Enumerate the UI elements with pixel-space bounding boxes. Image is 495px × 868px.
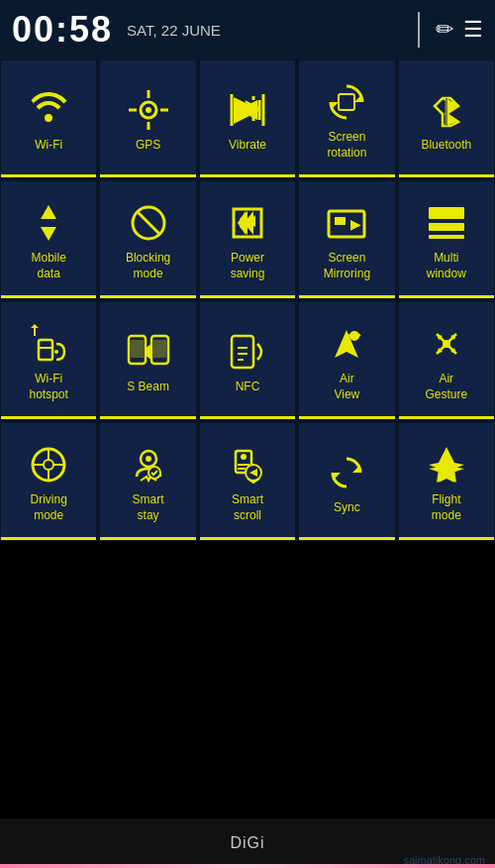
date: SAT, 22 JUNE	[127, 22, 221, 39]
tile-screen-rotation[interactable]: Screenrotation	[298, 59, 395, 178]
svg-point-61	[241, 454, 247, 460]
smartscroll-icon	[226, 443, 269, 487]
tile-driving-label: Drivingmode	[31, 492, 67, 523]
power-icon	[226, 201, 269, 245]
airgesture-icon	[425, 322, 468, 366]
svg-marker-35	[31, 324, 39, 328]
multiwindow-icon	[425, 201, 468, 245]
sync-icon	[325, 451, 368, 494]
blocking-icon	[127, 201, 170, 245]
menu-icon[interactable]: ☰	[463, 17, 483, 43]
vibrate-icon: ≫	[226, 88, 269, 132]
svg-point-33	[54, 350, 58, 354]
tile-bar	[1, 174, 96, 177]
tile-gps[interactable]: GPS	[99, 59, 196, 178]
tile-bar	[299, 295, 394, 298]
rotation-icon	[325, 80, 368, 124]
tile-wifi-label: Wi-Fi	[35, 138, 62, 154]
tile-bar	[399, 174, 494, 177]
tile-rotation-label: Screenrotation	[327, 130, 366, 161]
tile-mirroring-label: ScreenMirroring	[324, 251, 370, 281]
clock: 00:58	[12, 9, 113, 51]
tile-power[interactable]: Powersaving	[199, 180, 296, 299]
tile-bar	[399, 537, 494, 540]
svg-rect-37	[131, 340, 144, 358]
svg-rect-14	[339, 94, 354, 110]
svg-rect-31	[39, 340, 52, 360]
tile-hotspot-label: Wi-Fihotspot	[30, 372, 68, 402]
tile-nfc-label: NFC	[236, 380, 260, 395]
tile-smartstay-label: Smartstay	[133, 492, 164, 523]
svg-marker-65	[333, 473, 341, 481]
tile-airview-label: AirView	[334, 372, 359, 402]
svg-rect-41	[232, 336, 253, 368]
tile-driving[interactable]: Drivingmode	[0, 422, 97, 541]
tile-flight[interactable]: Flightmode	[398, 422, 495, 541]
driving-icon	[27, 443, 70, 487]
tile-bt-label: Bluetooth	[421, 138, 471, 154]
svg-rect-29	[429, 223, 464, 231]
tile-blocking[interactable]: Blockingmode	[99, 180, 196, 299]
tile-sbeam[interactable]: S Beam	[99, 301, 196, 420]
tile-mobile-label: Mobiledata	[32, 251, 66, 281]
home-bar	[0, 864, 495, 868]
tile-bar	[200, 174, 295, 177]
tile-mirroring[interactable]: ▶ ScreenMirroring	[298, 180, 395, 299]
bottom-bar: DiGi saimatikong.com	[0, 818, 495, 868]
tile-bar	[1, 295, 96, 298]
tile-bar	[1, 416, 96, 419]
svg-rect-30	[429, 235, 464, 239]
mobile-data-icon	[27, 201, 70, 245]
tile-bar	[200, 416, 295, 419]
smartstay-icon	[127, 443, 170, 487]
tile-gps-label: GPS	[136, 138, 160, 154]
svg-marker-20	[41, 227, 56, 241]
tile-smartstay[interactable]: Smartstay	[99, 422, 196, 541]
mirroring-icon: ▶	[325, 201, 368, 245]
tile-bluetooth[interactable]: Bluetooth	[398, 59, 495, 178]
bluetooth-icon	[425, 88, 468, 132]
svg-text:▶: ▶	[350, 216, 361, 232]
svg-line-22	[137, 211, 160, 235]
tile-bar	[299, 537, 394, 540]
tile-sync[interactable]: Sync	[298, 422, 395, 541]
status-bar: 00:58 SAT, 22 JUNE ✏ ☰	[0, 0, 495, 59]
svg-marker-23	[238, 211, 253, 235]
tile-nfc[interactable]: NFC	[199, 301, 296, 420]
tile-airgesture-label: AirGesture	[425, 372, 467, 402]
tile-airgesture[interactable]: AirGesture	[398, 301, 495, 420]
tile-multiwindow[interactable]: Multiwindow	[398, 180, 495, 299]
svg-point-50	[443, 340, 450, 348]
divider	[418, 12, 420, 48]
tile-bar	[1, 537, 96, 540]
tile-smartscroll[interactable]: Smartscroll	[199, 422, 296, 541]
tile-bar	[299, 174, 394, 177]
tile-bar	[100, 174, 195, 177]
carrier-name: DiGi	[230, 834, 264, 852]
tile-hotspot[interactable]: Wi-Fihotspot	[0, 301, 97, 420]
tile-bar	[100, 416, 195, 419]
sbeam-icon	[127, 330, 170, 374]
tile-bar	[299, 416, 394, 419]
tile-mobile-data[interactable]: Mobiledata	[0, 180, 97, 299]
svg-point-1	[146, 107, 151, 113]
airview-icon	[325, 322, 368, 366]
nfc-icon	[226, 330, 269, 374]
tile-airview[interactable]: AirView	[298, 301, 395, 420]
svg-marker-19	[41, 205, 56, 219]
tile-wifi[interactable]: Wi-Fi	[0, 59, 97, 178]
tile-vibrate[interactable]: ≫ Vibrate	[199, 59, 296, 178]
tile-multiwindow-label: Multiwindow	[427, 251, 466, 281]
edit-icon[interactable]: ✏	[436, 17, 453, 43]
tile-flight-label: Flightmode	[432, 492, 461, 523]
tile-bar	[399, 295, 494, 298]
tile-power-label: Powersaving	[231, 251, 265, 281]
tile-bar	[399, 416, 494, 419]
wifi-icon	[27, 88, 70, 132]
svg-point-58	[146, 456, 151, 462]
flight-icon	[425, 443, 468, 487]
hotspot-icon	[27, 322, 70, 366]
status-icons: ✏ ☰	[412, 12, 483, 48]
svg-rect-28	[429, 207, 464, 219]
svg-point-52	[44, 460, 53, 470]
